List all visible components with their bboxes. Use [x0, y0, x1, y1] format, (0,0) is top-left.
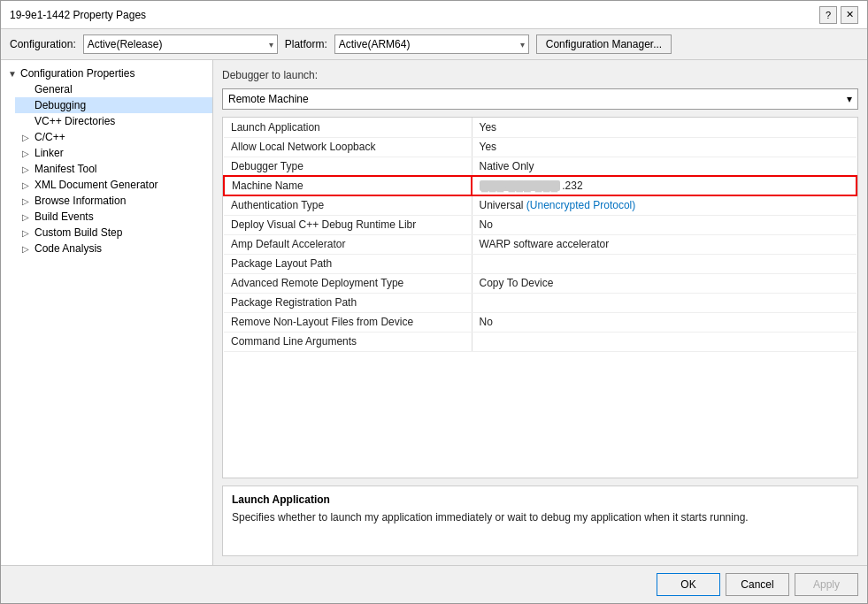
- apply-button[interactable]: Apply: [795, 573, 858, 596]
- configuration-select[interactable]: Active(Release) ▾: [83, 34, 278, 54]
- tree-children: General Debugging VC++ Directories ▷ C/C…: [15, 81, 212, 256]
- prop-value: [472, 254, 856, 273]
- right-panel: Debugger to launch: Remote Machine ▾ Lau…: [213, 60, 867, 565]
- table-row[interactable]: Launch Application Yes: [224, 118, 856, 137]
- help-button[interactable]: ?: [819, 6, 837, 24]
- sidebar-item-xml-doc-gen[interactable]: ▷ XML Document Generator: [15, 177, 212, 193]
- prop-value: Copy To Device: [472, 273, 856, 293]
- description-title: Launch Application: [232, 493, 849, 506]
- table-row[interactable]: Advanced Remote Deployment Type Copy To …: [224, 273, 856, 293]
- table-row[interactable]: Command Line Arguments: [224, 332, 856, 351]
- table-row[interactable]: Debugger Type Native Only: [224, 157, 856, 176]
- debugger-select[interactable]: Remote Machine ▾: [222, 88, 858, 110]
- sidebar-item-vc-directories[interactable]: VC++ Directories: [15, 113, 212, 129]
- configuration-dropdown-icon: ▾: [269, 40, 273, 50]
- prop-name: Package Layout Path: [224, 254, 472, 273]
- prop-name: Launch Application: [224, 118, 472, 137]
- properties-table: Launch Application Yes Allow Local Netwo…: [223, 118, 857, 352]
- prop-value: WARP software accelerator: [472, 234, 856, 254]
- sidebar-item-linker[interactable]: ▷ Linker: [15, 145, 212, 161]
- sidebar-item-custom-build-step[interactable]: ▷ Custom Build Step: [15, 225, 212, 241]
- table-row[interactable]: Deploy Visual C++ Debug Runtime Libr No: [224, 215, 856, 234]
- sidebar-item-debugging[interactable]: Debugging: [15, 97, 212, 113]
- platform-select[interactable]: Active(ARM64) ▾: [334, 34, 529, 54]
- prop-value: [472, 293, 856, 312]
- tree-root-label: Configuration Properties: [20, 67, 134, 80]
- table-row[interactable]: Remove Non-Layout Files from Device No: [224, 312, 856, 332]
- configuration-manager-button[interactable]: Configuration Manager...: [536, 34, 672, 54]
- prop-value: Yes: [472, 118, 856, 137]
- prop-value: Yes: [472, 137, 856, 157]
- description-box: Launch Application Specifies whether to …: [222, 485, 858, 556]
- prop-name: Package Registration Path: [224, 293, 472, 312]
- prop-name: Remove Non-Layout Files from Device: [224, 312, 472, 332]
- machine-name-row[interactable]: Machine Name ███.███.███.232: [224, 176, 856, 195]
- config-bar: Configuration: Active(Release) ▾ Platfor…: [1, 29, 867, 60]
- prop-value: No: [472, 215, 856, 234]
- description-body: Specifies whether to launch my applicati…: [232, 509, 849, 525]
- main-content: ▼ Configuration Properties General Debug…: [1, 60, 867, 565]
- dialog-title: 19-9e1-1442 Property Pages: [10, 9, 146, 21]
- cancel-button[interactable]: Cancel: [726, 573, 789, 596]
- configuration-label: Configuration:: [10, 38, 76, 50]
- prop-name: Advanced Remote Deployment Type: [224, 273, 472, 293]
- footer-buttons: OK Cancel Apply: [1, 565, 867, 603]
- title-controls: ? ✕: [819, 6, 858, 24]
- ok-button[interactable]: OK: [657, 573, 720, 596]
- sidebar-item-code-analysis[interactable]: ▷ Code Analysis: [15, 241, 212, 256]
- prop-name: Debugger Type: [224, 157, 472, 176]
- tree-root[interactable]: ▼ Configuration Properties General Debug…: [1, 64, 212, 258]
- prop-name: Amp Default Accelerator: [224, 234, 472, 254]
- prop-value: [472, 332, 856, 351]
- platform-label: Platform:: [285, 38, 327, 50]
- sidebar-item-browse-info[interactable]: ▷ Browse Information: [15, 193, 212, 209]
- properties-table-container: Launch Application Yes Allow Local Netwo…: [222, 117, 858, 478]
- table-row[interactable]: Package Registration Path: [224, 293, 856, 312]
- prop-value: Native Only: [472, 157, 856, 176]
- prop-value: No: [472, 312, 856, 332]
- table-row[interactable]: Allow Local Network Loopback Yes: [224, 137, 856, 157]
- prop-name: Authentication Type: [224, 195, 472, 215]
- unencrypted-text: (Unencrypted Protocol): [526, 199, 635, 211]
- prop-name: Command Line Arguments: [224, 332, 472, 351]
- blurred-ip: ███.███.███: [480, 180, 560, 191]
- configuration-properties-item[interactable]: ▼ Configuration Properties: [1, 65, 212, 81]
- prop-name: Machine Name: [224, 176, 472, 195]
- title-bar: 19-9e1-1442 Property Pages ? ✕: [1, 1, 867, 29]
- prop-value: ███.███.███.232: [472, 176, 856, 195]
- prop-name: Deploy Visual C++ Debug Runtime Libr: [224, 215, 472, 234]
- table-row[interactable]: Package Layout Path: [224, 254, 856, 273]
- property-pages-dialog: 19-9e1-1442 Property Pages ? ✕ Configura…: [0, 0, 868, 604]
- platform-dropdown-icon: ▾: [520, 40, 525, 50]
- prop-name: Allow Local Network Loopback: [224, 137, 472, 157]
- table-row[interactable]: Amp Default Accelerator WARP software ac…: [224, 234, 856, 254]
- machine-name-value: ███.███.███.232: [480, 180, 849, 192]
- table-row[interactable]: Authentication Type Universal (Unencrypt…: [224, 195, 856, 215]
- debugger-label: Debugger to launch:: [222, 69, 858, 81]
- close-button[interactable]: ✕: [841, 6, 858, 24]
- debugger-select-row: Remote Machine ▾: [222, 88, 858, 110]
- sidebar: ▼ Configuration Properties General Debug…: [1, 60, 213, 565]
- sidebar-item-build-events[interactable]: ▷ Build Events: [15, 209, 212, 225]
- tree-expand-icon: ▼: [8, 69, 20, 79]
- sidebar-item-general[interactable]: General: [15, 81, 212, 97]
- sidebar-item-manifest-tool[interactable]: ▷ Manifest Tool: [15, 161, 212, 177]
- sidebar-item-cpp[interactable]: ▷ C/C++: [15, 129, 212, 145]
- prop-value: Universal (Unencrypted Protocol): [472, 195, 856, 215]
- debugger-dropdown-icon: ▾: [847, 93, 852, 105]
